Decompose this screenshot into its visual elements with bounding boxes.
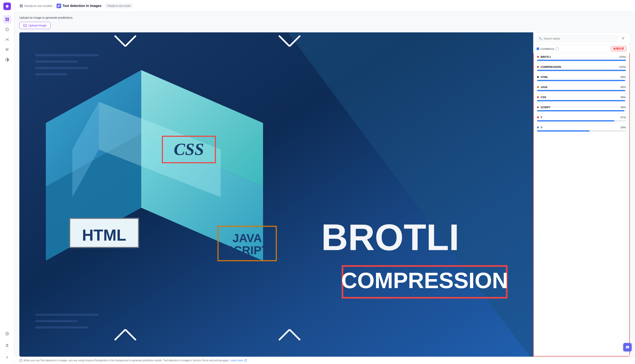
label-confidence: 99% bbox=[620, 76, 626, 78]
label-item: HTML 99% bbox=[534, 73, 629, 84]
upload-description: Upload an image to generate predictions. bbox=[19, 16, 630, 19]
confidence-color-swatch bbox=[537, 48, 539, 50]
footer: i When you use Text detection in images,… bbox=[14, 357, 635, 364]
label-item: COMPRESSION 100% bbox=[534, 63, 629, 73]
image-display-area: CSS HTML JAVA SCRIPT BROTLI bbox=[19, 32, 533, 357]
svg-text:COMPRESSION: COMPRESSION bbox=[341, 268, 508, 293]
label-item: JAVA 99% bbox=[534, 84, 629, 94]
svg-line-13 bbox=[7, 40, 9, 40]
confidence-bar-background bbox=[537, 60, 626, 61]
label-dot bbox=[537, 106, 539, 108]
label-dot bbox=[537, 86, 539, 88]
confidence-bar-fill bbox=[537, 70, 626, 71]
svg-text:SCRIPT: SCRIPT bbox=[226, 244, 269, 257]
confidence-bar-background bbox=[537, 80, 626, 81]
confidence-bar-background bbox=[537, 110, 626, 112]
confidence-bar-background bbox=[537, 90, 626, 91]
svg-rect-37 bbox=[35, 326, 88, 328]
search-wrap: 🔍 bbox=[537, 35, 618, 42]
svg-rect-15 bbox=[6, 50, 9, 50]
sidebar-item-toggle[interactable] bbox=[3, 56, 11, 64]
svg-rect-26 bbox=[58, 6, 59, 7]
detection-result-badge: 检测结果 bbox=[611, 46, 626, 51]
confidence-bar-background bbox=[537, 130, 626, 132]
image-content: CSS HTML JAVA SCRIPT BROTLI bbox=[19, 32, 533, 357]
breadcrumb-ready-to-use[interactable]: Ready-to-use models bbox=[19, 4, 52, 8]
right-panel: 🔍 Confidence i bbox=[533, 32, 630, 357]
svg-rect-24 bbox=[58, 5, 60, 6]
confidence-bar-background bbox=[537, 100, 626, 101]
label-dot bbox=[537, 116, 539, 118]
filter-button[interactable] bbox=[620, 35, 626, 42]
label-item: Y 59% bbox=[534, 124, 629, 134]
label-name: BROTLI bbox=[541, 55, 617, 58]
svg-rect-4 bbox=[7, 20, 9, 21]
sidebar-item-models[interactable] bbox=[3, 15, 11, 24]
panel-search-header: 🔍 bbox=[533, 32, 630, 44]
sidebar-item-integrations[interactable] bbox=[3, 35, 11, 44]
sidebar-item-list[interactable] bbox=[3, 46, 11, 54]
svg-line-12 bbox=[6, 40, 7, 40]
upload-button-label: Upload image bbox=[28, 24, 47, 27]
label-item: SCRIPT 98% bbox=[534, 104, 629, 114]
confidence-bar-fill bbox=[537, 100, 625, 101]
label-name: SCRIPT bbox=[541, 106, 619, 109]
breadcrumb: Ready-to-use models › Text detection in … bbox=[19, 4, 133, 8]
label-confidence: 99% bbox=[620, 86, 626, 89]
chat-button[interactable] bbox=[623, 343, 632, 352]
sidebar-expand-button[interactable] bbox=[3, 353, 11, 362]
main-panel: CSS HTML JAVA SCRIPT BROTLI bbox=[19, 32, 630, 357]
svg-rect-32 bbox=[35, 60, 78, 63]
sidebar-item-help[interactable]: ? bbox=[3, 330, 11, 338]
svg-rect-14 bbox=[6, 48, 9, 49]
label-dot bbox=[537, 76, 539, 78]
confidence-bar-fill bbox=[537, 110, 624, 112]
label-name: HTML bbox=[541, 76, 619, 78]
svg-rect-35 bbox=[35, 314, 99, 316]
svg-text:?: ? bbox=[6, 333, 8, 335]
svg-rect-2 bbox=[7, 18, 9, 19]
label-confidence: 59% bbox=[620, 126, 626, 129]
main-content: Ready-to-use models › Text detection in … bbox=[14, 0, 635, 364]
confidence-bar-background bbox=[537, 70, 626, 71]
sidebar-item-sync[interactable] bbox=[3, 25, 11, 34]
svg-rect-20 bbox=[20, 4, 21, 6]
svg-text:BROTLI: BROTLI bbox=[321, 216, 459, 258]
upload-image-button[interactable]: Upload image bbox=[19, 22, 51, 29]
svg-rect-25 bbox=[58, 6, 60, 6]
footer-learn-more-link[interactable]: Learn more bbox=[230, 359, 243, 362]
confidence-bar-fill bbox=[537, 80, 625, 81]
app-logo[interactable] bbox=[3, 2, 11, 10]
label-name: CSS bbox=[541, 96, 619, 99]
svg-line-10 bbox=[6, 39, 7, 40]
confidence-info-icon[interactable]: i bbox=[555, 47, 559, 50]
sidebar-item-export[interactable] bbox=[3, 341, 11, 350]
confidence-bar-fill bbox=[537, 60, 626, 61]
svg-text:i: i bbox=[21, 360, 21, 362]
breadcrumb-label: Ready-to-use models bbox=[25, 4, 52, 8]
confidence-bar-fill bbox=[537, 120, 614, 122]
label-dot bbox=[537, 66, 539, 68]
label-item: T 87% bbox=[534, 114, 629, 124]
label-dot bbox=[537, 96, 539, 98]
search-labels-input[interactable] bbox=[537, 35, 618, 42]
svg-line-64 bbox=[245, 360, 247, 361]
svg-rect-34 bbox=[35, 73, 67, 76]
svg-rect-1 bbox=[6, 18, 7, 19]
label-confidence: 100% bbox=[619, 55, 626, 58]
svg-text:CSS: CSS bbox=[174, 140, 204, 158]
svg-rect-33 bbox=[35, 67, 88, 69]
label-confidence: 99% bbox=[620, 96, 626, 99]
upload-section: Upload an image to generate predictions.… bbox=[19, 16, 630, 29]
breadcrumb-models-icon bbox=[19, 4, 23, 8]
model-badge: Ready-to-use model bbox=[105, 4, 133, 8]
label-dot bbox=[537, 56, 539, 58]
footer-info-icon: i bbox=[19, 359, 22, 362]
svg-text:HTML: HTML bbox=[82, 226, 126, 244]
label-name: Y bbox=[541, 126, 619, 129]
confidence-bar-background bbox=[537, 120, 626, 122]
confidence-label: Confidence bbox=[540, 47, 554, 50]
svg-rect-31 bbox=[35, 54, 99, 56]
svg-rect-22 bbox=[20, 6, 21, 7]
svg-rect-3 bbox=[6, 20, 7, 21]
